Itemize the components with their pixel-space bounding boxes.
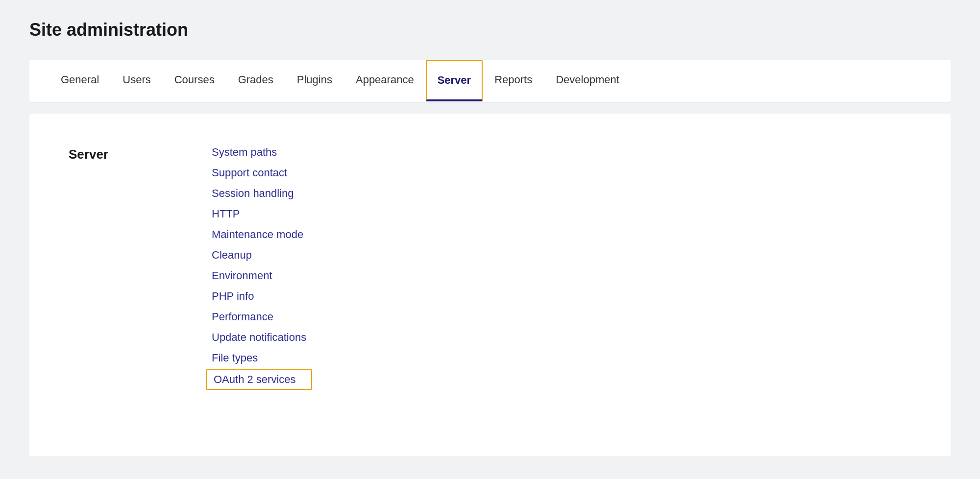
tab-server[interactable]: Server xyxy=(426,60,483,101)
link-support-contact[interactable]: Support contact xyxy=(206,164,312,182)
link-http[interactable]: HTTP xyxy=(206,205,312,223)
tab-reports[interactable]: Reports xyxy=(483,60,544,102)
tab-courses[interactable]: Courses xyxy=(163,60,226,102)
server-section-title: Server xyxy=(69,143,167,390)
link-environment[interactable]: Environment xyxy=(206,266,312,285)
link-system-paths[interactable]: System paths xyxy=(206,143,312,162)
link-session-handling[interactable]: Session handling xyxy=(206,184,312,203)
page-title: Site administration xyxy=(29,20,951,40)
link-performance[interactable]: Performance xyxy=(206,308,312,326)
tab-development[interactable]: Development xyxy=(544,60,631,102)
content-layout: Server System paths Support contact Sess… xyxy=(69,143,911,390)
tab-plugins[interactable]: Plugins xyxy=(285,60,344,102)
link-maintenance-mode[interactable]: Maintenance mode xyxy=(206,225,312,244)
link-update-notifications[interactable]: Update notifications xyxy=(206,328,312,347)
tab-grades[interactable]: Grades xyxy=(226,60,285,102)
tab-general[interactable]: General xyxy=(49,60,111,102)
link-cleanup[interactable]: Cleanup xyxy=(206,246,312,264)
tab-appearance[interactable]: Appearance xyxy=(344,60,426,102)
link-file-types[interactable]: File types xyxy=(206,349,312,367)
content-area: Server System paths Support contact Sess… xyxy=(29,114,951,456)
link-php-info[interactable]: PHP info xyxy=(206,287,312,306)
page-wrapper: Site administration General Users Course… xyxy=(0,0,980,476)
tab-users[interactable]: Users xyxy=(111,60,162,102)
link-oauth2-services[interactable]: OAuth 2 services xyxy=(206,369,312,390)
tabs-container: General Users Courses Grades Plugins App… xyxy=(29,60,951,102)
server-links-list: System paths Support contact Session han… xyxy=(206,143,312,390)
